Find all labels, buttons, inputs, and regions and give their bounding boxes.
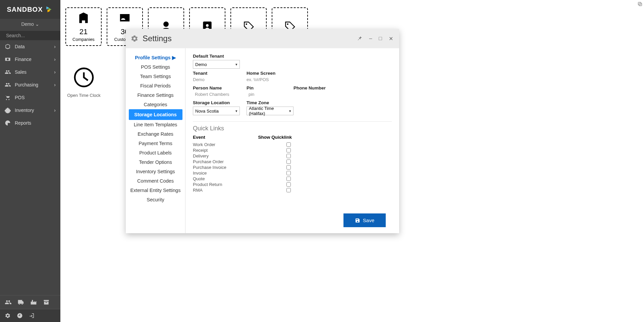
- quicklink-row: Product Return: [193, 182, 292, 187]
- quicklink-row: Purchase Order: [193, 159, 292, 165]
- settings-nav-pos-settings[interactable]: POS Settings: [129, 62, 182, 72]
- truck-icon[interactable]: [17, 299, 24, 306]
- idcard-icon: [118, 11, 131, 24]
- storage-location-label: Storage Location: [193, 100, 240, 105]
- cart-icon: [5, 94, 11, 101]
- settings-nav-tender-options[interactable]: Tender Options: [129, 157, 182, 167]
- bottom-toolbar-apps: [0, 295, 60, 309]
- timezone-label: Time Zone: [247, 100, 293, 105]
- settings-nav-finance-settings[interactable]: Finance Settings: [129, 90, 182, 100]
- svg-point-1: [287, 23, 288, 24]
- chevron-down-icon: ⌄: [35, 21, 39, 27]
- timezone-select[interactable]: Atlantic Time (Halifax): [247, 107, 293, 115]
- person-name-label: Person Name: [193, 85, 240, 90]
- settings-nav-line-item-templates[interactable]: Line Item Templates: [129, 120, 182, 129]
- tenant-label: Tenant: [193, 71, 240, 76]
- settings-nav-security[interactable]: Security: [129, 195, 182, 204]
- settings-nav-categories[interactable]: Categories: [129, 100, 182, 109]
- settings-nav-comment-codes[interactable]: Comment Codes: [129, 176, 182, 186]
- svg-rect-3: [639, 3, 642, 6]
- person-name-value: Robert Chambers: [193, 92, 240, 97]
- quicklink-checkbox-rma[interactable]: [286, 188, 291, 193]
- group-icon: [5, 69, 11, 75]
- storage-location-select[interactable]: Nova Scotia: [193, 107, 240, 115]
- quicklinks-title: Quick Links: [193, 125, 392, 132]
- save-button[interactable]: Save: [343, 213, 386, 227]
- settings-nav-payment-terms[interactable]: Payment Terms: [129, 139, 182, 148]
- nav-item-pos[interactable]: POS: [0, 91, 60, 104]
- maximize-icon[interactable]: □: [377, 34, 383, 43]
- quicklink-checkbox-quote[interactable]: [286, 176, 291, 181]
- quicklink-row: RMA: [193, 187, 292, 193]
- brand-logo-icon: [45, 5, 54, 14]
- home-screen-hint: ex. \\#/POS: [247, 77, 275, 82]
- archive-icon[interactable]: [43, 299, 50, 306]
- search-bar[interactable]: [0, 31, 60, 40]
- settings-nav-storage-locations[interactable]: Storage Locations: [129, 109, 182, 120]
- settings-nav-team-settings[interactable]: Team Settings: [129, 72, 182, 81]
- quicklink-row: Purchase Invoice: [193, 165, 292, 170]
- inv-icon: [5, 107, 11, 113]
- group-icon: [5, 82, 11, 88]
- dash-card-companies[interactable]: 21Companies: [65, 7, 102, 46]
- settings-nav-exchange-rates[interactable]: Exchange Rates: [129, 129, 182, 139]
- bottom-toolbar-system: [0, 309, 60, 322]
- chevron-right-icon: ›: [54, 44, 56, 49]
- quicklink-row: Receipt: [193, 147, 292, 153]
- search-input[interactable]: [6, 33, 65, 38]
- pin-icon[interactable]: 📌︎: [356, 34, 364, 43]
- money-icon: [5, 56, 11, 62]
- settings-nav-inventory-settings[interactable]: Inventory Settings: [129, 167, 182, 176]
- pin-label: Pin: [247, 85, 287, 90]
- quicklink-checkbox-work-order[interactable]: [286, 142, 291, 147]
- open-time-clock[interactable]: Open Time Clock: [67, 65, 101, 98]
- quicklink-row: Work Order: [193, 142, 292, 147]
- nav-item-purchasing[interactable]: Purchasing›: [0, 78, 60, 91]
- default-tenant-label: Default Tenant: [193, 54, 392, 59]
- modal-title: Settings: [143, 34, 172, 43]
- settings-nav-profile-settings[interactable]: Profile Settings: [129, 53, 182, 62]
- quicklink-checkbox-invoice[interactable]: [286, 171, 291, 176]
- quicklink-checkbox-product-return[interactable]: [286, 182, 291, 187]
- pin-hint: pin: [247, 92, 287, 97]
- chevron-right-icon: ›: [54, 69, 56, 75]
- quicklink-checkbox-purchase-order[interactable]: [286, 159, 291, 164]
- settings-nav-external-entity-settings[interactable]: External Entity Settings: [129, 186, 182, 195]
- settings-pane: Default Tenant Demo Tenant Demo Home Scr…: [185, 48, 399, 233]
- tenant-selector[interactable]: Demo ⌄: [0, 19, 60, 31]
- settings-nav-fiscal-periods[interactable]: Fiscal Periods: [129, 81, 182, 90]
- clock-icon[interactable]: [17, 313, 23, 319]
- nav-item-data[interactable]: Data›: [0, 40, 60, 53]
- default-tenant-select[interactable]: Demo: [193, 60, 240, 69]
- clock-large-icon: [72, 65, 96, 89]
- ql-col-event: Event: [193, 135, 205, 140]
- gear-icon: [130, 35, 139, 43]
- nav-item-sales[interactable]: Sales›: [0, 66, 60, 78]
- svg-rect-4: [638, 2, 641, 5]
- quicklink-row: Invoice: [193, 170, 292, 176]
- quicklink-row: Delivery: [193, 153, 292, 159]
- gear-icon[interactable]: [5, 313, 11, 319]
- save-icon: [355, 218, 360, 223]
- logout-icon[interactable]: [29, 313, 35, 319]
- copy-icon[interactable]: [637, 1, 643, 8]
- quicklink-row: Quote: [193, 176, 292, 182]
- brand-text: SANDBOX: [7, 6, 43, 13]
- settings-modal: Settings 📌︎ – □ ✕ Profile SettingsPOS Se…: [126, 29, 399, 233]
- quicklink-checkbox-receipt[interactable]: [286, 148, 291, 153]
- nav-item-inventory[interactable]: Inventory›: [0, 104, 60, 117]
- users-icon[interactable]: [5, 299, 11, 306]
- nav-item-reports[interactable]: Reports: [0, 117, 60, 129]
- modal-header: Settings 📌︎ – □ ✕: [126, 29, 399, 48]
- brand: SANDBOX: [0, 0, 60, 19]
- quicklink-checkbox-delivery[interactable]: [286, 153, 291, 158]
- nav-item-finance[interactable]: Finance›: [0, 53, 60, 66]
- home-screen-label: Home Screen: [247, 71, 275, 76]
- factory-icon[interactable]: [30, 299, 37, 306]
- close-icon[interactable]: ✕: [387, 34, 394, 43]
- clock-label: Open Time Clock: [67, 93, 101, 98]
- quicklink-checkbox-purchase-invoice[interactable]: [286, 165, 291, 170]
- phone-label: Phone Number: [293, 85, 326, 90]
- minimize-icon[interactable]: –: [368, 34, 373, 43]
- settings-nav-product-labels[interactable]: Product Labels: [129, 148, 182, 157]
